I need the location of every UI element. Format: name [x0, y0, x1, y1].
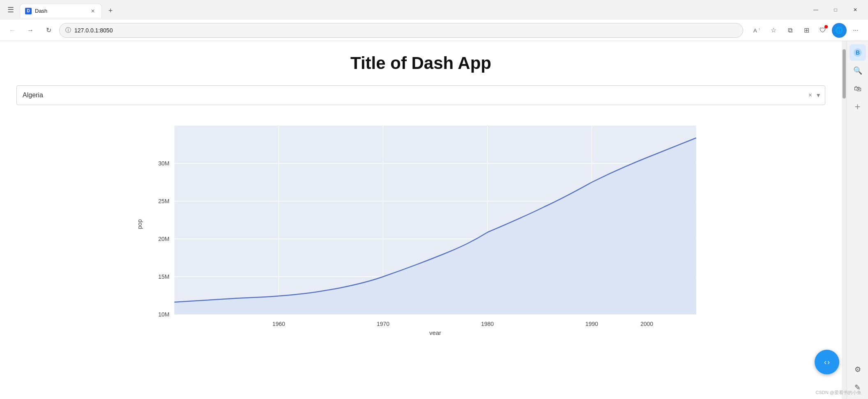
title-bar: ☰ D Dash ✕ + — □ ✕ [0, 0, 868, 20]
app-content: Title of Dash App Algeria × ▼ [0, 41, 842, 399]
population-chart: 10M 15M 20M 25M 30M 1960 1970 1980 1990 … [16, 122, 825, 335]
right-sidebar: B 🔍 🛍 + ⚙ ✎ [847, 41, 868, 399]
tab-close-button[interactable]: ✕ [89, 7, 97, 15]
active-tab[interactable]: D Dash ✕ [20, 4, 102, 18]
split-view-icon[interactable]: ⧉ [783, 23, 797, 38]
dropdown-selected-value: Algeria [23, 92, 43, 99]
main-content: Title of Dash App Algeria × ▼ [0, 41, 842, 399]
tab-favicon: D [25, 8, 32, 14]
y-tick-25m: 25M [158, 198, 169, 204]
x-tick-1980: 1980 [481, 321, 494, 327]
country-dropdown[interactable]: Algeria × ▼ [16, 85, 825, 105]
browser-body: Title of Dash App Algeria × ▼ [0, 41, 868, 399]
toolbar-icons: A↑ ☆ ⧉ ⊞ 🛡 🌐 ··· [750, 23, 863, 38]
refresh-button[interactable]: ↻ [41, 23, 56, 38]
bing-sidebar-icon[interactable]: B [850, 44, 866, 61]
window-controls: — □ ✕ [806, 4, 865, 16]
search-sidebar-icon[interactable]: 🔍 [850, 62, 866, 79]
dropdown-clear-button[interactable]: × [808, 92, 812, 99]
y-tick-30m: 30M [158, 160, 169, 167]
shopping-sidebar-icon[interactable]: 🛍 [850, 80, 866, 97]
watermark: CSDN @爱看书的小鱼 [816, 390, 861, 396]
svg-text:↑: ↑ [758, 27, 760, 31]
favorites-icon[interactable]: ☆ [766, 23, 781, 38]
tab-title: Dash [35, 8, 47, 14]
y-tick-10m: 10M [158, 311, 169, 318]
close-button[interactable]: ✕ [846, 4, 865, 16]
browser-essentials-icon[interactable]: 🛡 [815, 23, 830, 38]
url-text: 127.0.0.1:8050 [74, 27, 737, 34]
maximize-button[interactable]: □ [826, 4, 845, 16]
x-tick-1960: 1960 [272, 321, 285, 327]
tab-bar: D Dash ✕ + [20, 2, 805, 18]
sidebar-toggle-button[interactable]: ☰ [3, 2, 18, 17]
scrollbar-thumb[interactable] [843, 49, 846, 99]
address-bar[interactable]: ⓘ 127.0.0.1:8050 [59, 23, 743, 38]
floating-nav-button[interactable]: ‹ › [815, 350, 839, 374]
minimize-button[interactable]: — [806, 4, 825, 16]
x-tick-1970: 1970 [377, 321, 389, 327]
chart-svg: 10M 15M 20M 25M 30M 1960 1970 1980 1990 … [16, 122, 825, 335]
dropdown-input-field[interactable]: Algeria [16, 85, 825, 105]
profile-icon[interactable]: 🌐 [832, 23, 847, 38]
add-sidebar-icon[interactable]: + [850, 99, 866, 115]
x-tick-2000: 2000 [640, 321, 653, 327]
address-bar-row: ← → ↻ ⓘ 127.0.0.1:8050 A↑ ☆ ⧉ ⊞ 🛡 🌐 [0, 20, 868, 41]
x-tick-1990: 1990 [585, 321, 598, 327]
y-axis-label: pop [136, 219, 143, 229]
settings-sidebar-icon[interactable]: ⚙ [850, 361, 866, 378]
collections-icon[interactable]: ⊞ [799, 23, 814, 38]
nav-arrows-icon: ‹ › [824, 358, 830, 367]
back-button[interactable]: ← [5, 23, 20, 38]
browser-window: ☰ D Dash ✕ + — □ ✕ ← → ↻ ⓘ 127.0.0.1:805… [0, 0, 868, 399]
y-tick-20m: 20M [158, 236, 169, 242]
y-tick-15m: 15M [158, 273, 169, 280]
forward-button[interactable]: → [23, 23, 38, 38]
chevron-down-icon: ▼ [815, 92, 821, 99]
svg-text:A: A [753, 28, 757, 34]
svg-text:B: B [855, 49, 859, 56]
new-tab-button[interactable]: + [104, 4, 117, 18]
app-title: Title of Dash App [16, 49, 825, 73]
read-aloud-icon[interactable]: A↑ [750, 23, 764, 38]
x-axis-label: year [429, 329, 441, 335]
security-icon: ⓘ [65, 27, 71, 34]
scrollbar[interactable] [842, 41, 847, 399]
more-options-icon[interactable]: ··· [848, 23, 863, 38]
